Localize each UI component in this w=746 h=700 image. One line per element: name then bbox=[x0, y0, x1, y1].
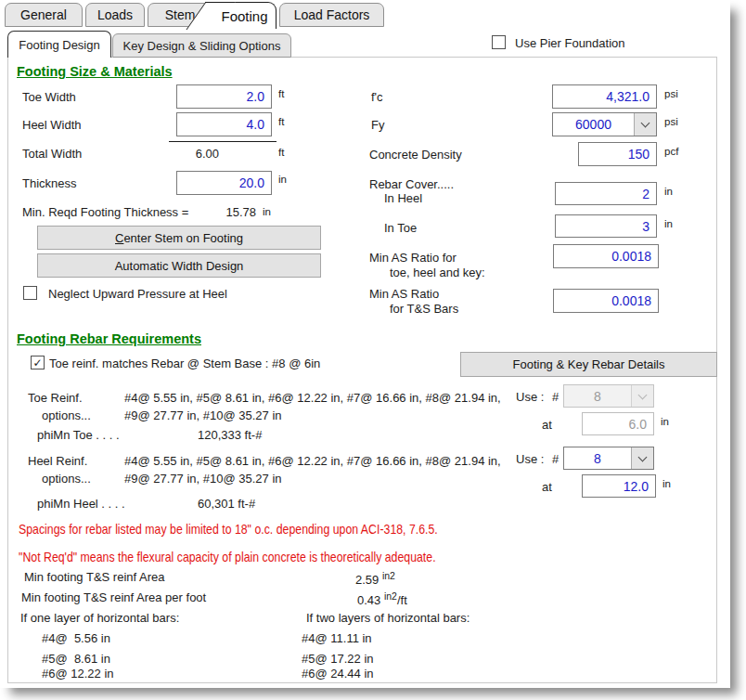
use-pier-label: Use Pier Foundation bbox=[515, 36, 625, 50]
sum-divider-line bbox=[169, 141, 277, 142]
toe-bar-size-combobox: 8 bbox=[563, 384, 654, 408]
subtab-footing-design[interactable]: Footing Design bbox=[7, 31, 111, 58]
neglect-upward-checkbox[interactable] bbox=[23, 286, 37, 300]
cover-in-toe-label: In Toe bbox=[384, 221, 417, 235]
thickness-label: Thickness bbox=[22, 176, 77, 190]
tab-label: Loads bbox=[97, 7, 133, 22]
cover-in-heel-label: In Heel bbox=[384, 191, 422, 205]
cover-in-heel-input[interactable]: 2 bbox=[555, 182, 657, 205]
heel-spacing-input[interactable]: 12.0 bbox=[582, 474, 656, 498]
tab-label: Load Factors bbox=[294, 7, 370, 22]
toe-spacing-input: 6.0 bbox=[582, 412, 654, 435]
warning-note-2: "Not Req'd" means the flexural capacity … bbox=[19, 550, 436, 564]
tab-footing-active[interactable]: Footing bbox=[213, 2, 277, 29]
subtab-label: Footing Design bbox=[19, 38, 99, 52]
thickness-input[interactable]: 20.0 bbox=[176, 171, 272, 195]
ts-area-value: 2.59 in2 bbox=[355, 570, 395, 587]
toe-options-line2: #9@ 27.77 in, #10@ 35.27 in bbox=[124, 408, 282, 422]
heel-reinf-label: Heel Reinf. bbox=[28, 454, 87, 468]
cover-in-toe-unit: in bbox=[664, 218, 673, 229]
button-label: Automatic Width Design bbox=[115, 259, 244, 273]
heel-bar-size-value: 8 bbox=[564, 447, 631, 469]
cover-in-toe-input[interactable]: 3 bbox=[555, 214, 657, 238]
heel-width-unit: ft bbox=[278, 116, 284, 127]
total-width-unit: ft bbox=[278, 147, 284, 158]
toe-spacing-unit: in bbox=[661, 416, 669, 427]
phimn-toe-value: 120,333 ft-# bbox=[198, 428, 262, 442]
toe-width-input[interactable]: 2.0 bbox=[176, 84, 272, 109]
fy-value: 60000 bbox=[553, 113, 634, 136]
tab-general[interactable]: General bbox=[5, 3, 83, 27]
thickness-unit: in bbox=[278, 174, 287, 185]
use-pier-checkbox[interactable] bbox=[492, 35, 506, 49]
toe-match-checkbox[interactable]: ✓ bbox=[31, 356, 45, 369]
chevron-down-icon bbox=[638, 452, 648, 461]
tab-load-factors[interactable]: Load Factors bbox=[279, 3, 384, 27]
ts-area-per-ft-unit-rest: /ft bbox=[397, 593, 407, 607]
as-ratio-ts-input[interactable]: 0.0018 bbox=[553, 289, 659, 313]
two-layers-row: #5@ 17.22 in bbox=[302, 652, 374, 666]
neglect-upward-label: Neglect Upward Pressure at Heel bbox=[48, 287, 227, 301]
toe-use-label: Use : bbox=[516, 390, 544, 404]
automatic-width-button[interactable]: Automatic Width Design bbox=[37, 253, 321, 278]
toe-options-label: options... bbox=[42, 408, 91, 422]
section-heading-rebar: Footing Rebar Requirements bbox=[17, 331, 201, 346]
heel-width-input[interactable]: 4.0 bbox=[176, 112, 272, 136]
footing-window: General Loads Stem Load Factors Footing … bbox=[0, 0, 730, 688]
density-label: Concrete Density bbox=[369, 148, 462, 162]
heel-bar-dropdown-button[interactable] bbox=[631, 447, 653, 469]
section-heading-size-materials: Footing Size & Materials bbox=[17, 64, 173, 79]
heel-use-label: Use : bbox=[516, 452, 544, 466]
min-reqd-thickness-value: 15.78 bbox=[212, 205, 256, 219]
two-layers-row: #6@ 24.44 in bbox=[302, 667, 374, 681]
button-label: Center Stem on Footing bbox=[115, 231, 243, 245]
tab-label: Footing bbox=[221, 8, 267, 24]
toe-match-label: Toe reinf. matches Rebar @ Stem Base : #… bbox=[49, 356, 320, 370]
toe-at-label: at bbox=[542, 418, 552, 432]
phimn-heel-value: 60,301 ft-# bbox=[198, 497, 255, 511]
heel-spacing-unit: in bbox=[662, 478, 671, 489]
min-reqd-thickness-label: Min. Reqd Footing Thickness = bbox=[22, 205, 188, 219]
ts-area-per-ft-unit-sup: in2 bbox=[384, 590, 397, 602]
two-layers-header: If two layers of horizontal bars: bbox=[306, 611, 469, 625]
warning-note-1: Spacings for rebar listed may be limited… bbox=[19, 522, 438, 537]
tab-loads[interactable]: Loads bbox=[85, 3, 145, 27]
phimn-toe-label: phiMn Toe . . . . bbox=[37, 428, 120, 442]
heel-at-label: at bbox=[542, 480, 552, 494]
fc-input[interactable]: 4,321.0 bbox=[552, 84, 657, 109]
fy-dropdown-button[interactable] bbox=[634, 113, 656, 136]
fc-label: f'c bbox=[371, 90, 383, 104]
toe-width-label: Toe Width bbox=[22, 90, 76, 104]
fy-label: Fy bbox=[371, 118, 384, 132]
chevron-down-icon bbox=[641, 119, 650, 128]
toe-bar-dropdown-button bbox=[631, 385, 653, 407]
heel-options-line2: #9@ 27.77 in, #10@ 35.27 in bbox=[124, 472, 282, 486]
toe-reinf-label: Toe Reinf. bbox=[28, 391, 83, 405]
ts-area-per-ft-value: 0.43 in2/ft bbox=[357, 590, 407, 607]
as-ratio-thk-input[interactable]: 0.0018 bbox=[553, 244, 659, 268]
center-stem-button[interactable]: Center Stem on Footing bbox=[37, 226, 321, 250]
ts-area-per-ft-label: Min footing T&S reinf Area per foot bbox=[21, 590, 206, 604]
fy-unit: psi bbox=[664, 116, 678, 127]
heel-options-line1: #4@ 5.55 in, #5@ 8.61 in, #6@ 12.22 in, … bbox=[124, 454, 501, 468]
as-ratio-ts-label-2: for T&S Bars bbox=[390, 302, 458, 316]
fy-combobox[interactable]: 60000 bbox=[552, 112, 657, 136]
density-input[interactable]: 150 bbox=[578, 142, 657, 166]
ts-area-unit: in2 bbox=[382, 570, 395, 581]
heel-width-label: Heel Width bbox=[22, 118, 82, 132]
toe-hash-label: # bbox=[552, 390, 559, 404]
total-width-label: Total Width bbox=[22, 147, 82, 161]
ts-area-label: Min footing T&S reinf Area bbox=[24, 570, 165, 584]
tab-label: General bbox=[20, 7, 67, 22]
chevron-down-icon bbox=[638, 390, 648, 399]
one-layer-row: #6@ 12.22 in bbox=[42, 667, 114, 681]
as-ratio-ts-label-1: Min AS Ratio bbox=[369, 287, 439, 301]
rebar-details-button[interactable]: Footing & Key Rebar Details bbox=[460, 352, 717, 377]
subtab-key-design[interactable]: Key Design & Sliding Options bbox=[112, 33, 291, 58]
heel-bar-size-combobox[interactable]: 8 bbox=[563, 447, 654, 470]
as-ratio-label-1: Min AS Ratio for bbox=[369, 251, 457, 265]
button-label: Footing & Key Rebar Details bbox=[512, 357, 664, 371]
density-unit: pcf bbox=[664, 146, 678, 157]
as-ratio-label-2: toe, heel and key: bbox=[390, 266, 485, 279]
min-reqd-thickness-unit: in bbox=[263, 206, 271, 217]
